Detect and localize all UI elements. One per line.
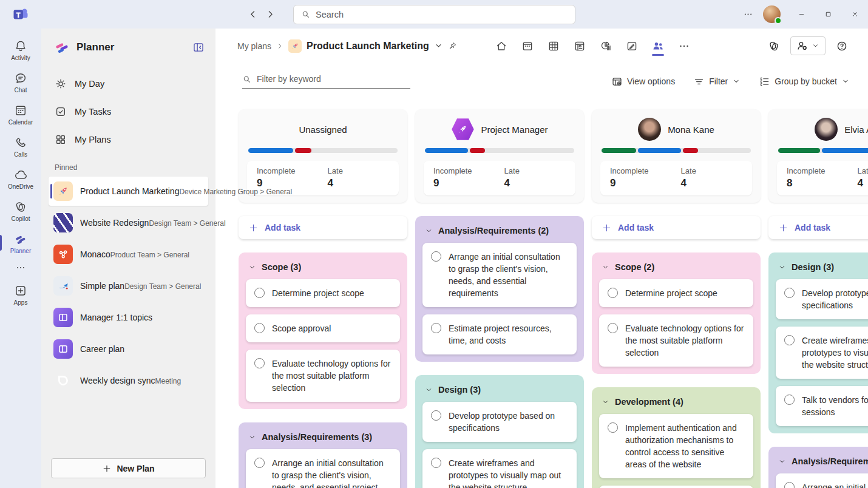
sidebar-item-my-tasks[interactable]: My Tasks — [49, 98, 208, 126]
bucket-header[interactable]: Analysis/Requirements (2) — [776, 454, 868, 473]
view-schedule-button[interactable] — [569, 36, 590, 56]
rail-item-copilot[interactable]: Copilot — [0, 195, 41, 228]
add-task-button[interactable]: Add task — [239, 216, 407, 239]
rail-item-onedrive[interactable]: OneDrive — [0, 163, 41, 195]
rail-more-button[interactable] — [0, 260, 41, 279]
titlebar-more-button[interactable] — [737, 9, 758, 19]
filter-button[interactable]: Filter — [693, 76, 741, 87]
add-task-button[interactable]: Add task — [592, 216, 761, 239]
task-card[interactable]: Evaluate technology options for the most… — [246, 350, 400, 402]
complete-task-radio[interactable] — [784, 335, 795, 345]
sidebar-header: Planner — [49, 39, 208, 59]
task-card[interactable]: Implement authentication and authorizati… — [599, 414, 753, 478]
view-notes-button[interactable] — [622, 36, 642, 56]
add-task-button[interactable]: Add task — [768, 216, 868, 239]
rail-item-apps[interactable]: Apps — [0, 279, 41, 311]
forward-button[interactable] — [265, 9, 276, 19]
rail-item-chat[interactable]: Chat — [0, 67, 41, 99]
task-card[interactable]: Develop prototype based on specification… — [776, 279, 868, 319]
bucket-header[interactable]: Scope (3) — [246, 260, 400, 279]
view-people-button[interactable] — [648, 36, 668, 56]
task-card[interactable]: Determine project scope — [599, 279, 753, 307]
chevron-down-icon — [732, 77, 741, 86]
bucket-header[interactable]: Design (3) — [422, 382, 577, 402]
bucket-header[interactable]: Analysis/Requirements (2) — [422, 223, 577, 243]
titlebar-controls — [737, 0, 868, 29]
complete-task-radio[interactable] — [254, 458, 265, 468]
task-card[interactable]: Create wireframes and prototypes to visu… — [776, 327, 868, 379]
plan-item-website-redesign[interactable]: Website RedesignDesign Team > General — [49, 208, 208, 237]
bucket-header[interactable]: Scope (2) — [599, 260, 753, 279]
search-box[interactable]: Search — [293, 5, 575, 24]
board-icon — [521, 40, 534, 52]
rail-item-calls[interactable]: Calls — [0, 131, 41, 163]
chevron-down-icon[interactable] — [434, 41, 443, 50]
rail-item-activity[interactable]: Activity — [0, 35, 41, 67]
maximize-button[interactable] — [815, 0, 841, 29]
user-avatar[interactable] — [763, 5, 781, 23]
sidebar-item-my-plans[interactable]: My Plans — [49, 126, 208, 154]
task-card[interactable]: Arrange an initial consultation to grasp… — [422, 243, 577, 307]
back-button[interactable] — [248, 9, 258, 19]
plan-header-actions — [765, 36, 851, 55]
new-plan-button[interactable]: New Plan — [51, 458, 206, 478]
assignment-board: Unassigned Incomplete Late 9 4 Add task … — [215, 96, 868, 488]
complete-task-radio[interactable] — [784, 482, 795, 488]
task-card[interactable]: Arrange an initial consultation to grasp… — [776, 473, 868, 488]
task-card[interactable]: Create wireframes and prototypes to visu… — [422, 449, 577, 488]
bucket-header[interactable]: Development (4) — [599, 395, 753, 414]
keyword-filter-input[interactable]: Filter by keyword — [242, 74, 410, 89]
view-options-button[interactable]: View options — [611, 76, 675, 87]
pin-icon[interactable] — [448, 41, 457, 50]
complete-task-radio[interactable] — [784, 395, 795, 405]
task-card[interactable]: Talk to vendors for demo sessions — [776, 386, 868, 426]
share-members-button[interactable] — [790, 36, 826, 55]
plan-item-weekly-design-sync[interactable]: Weekly design syncMeeting — [49, 366, 208, 395]
complete-task-radio[interactable] — [431, 251, 441, 262]
help-button[interactable] — [833, 37, 851, 55]
panel-collapse-icon — [192, 41, 205, 53]
collapse-sidebar-button[interactable] — [192, 41, 205, 53]
task-card[interactable]: Develop prototype based on specification… — [422, 402, 577, 442]
rail-item-calendar[interactable]: Calendar — [0, 99, 41, 131]
plus-icon — [248, 223, 259, 233]
breadcrumb-my-plans[interactable]: My plans — [237, 41, 271, 51]
view-board-button[interactable] — [517, 36, 538, 56]
view-home-button[interactable] — [491, 36, 512, 56]
minimize-button[interactable] — [788, 0, 815, 29]
task-card[interactable]: Scope approval — [246, 314, 400, 342]
complete-task-radio[interactable] — [254, 323, 265, 333]
complete-task-radio[interactable] — [431, 458, 441, 468]
plan-item-career-plan[interactable]: Career plan — [49, 334, 208, 364]
progress-segment — [683, 148, 698, 153]
copilot-button[interactable] — [765, 37, 783, 55]
group-by-button[interactable]: Group by bucket — [759, 76, 850, 87]
plan-item-monaco[interactable]: MonacoProduct Team > General — [49, 240, 208, 269]
plan-item-product-launch-marketing[interactable]: Product Launch MarketingDevice Marketing… — [49, 177, 208, 206]
task-card[interactable]: Arrange an initial consultation to grasp… — [246, 449, 400, 488]
bucket-scope: Scope (3) Determine project scope Scope … — [239, 252, 407, 409]
complete-task-radio[interactable] — [608, 422, 618, 433]
complete-task-radio[interactable] — [608, 323, 618, 333]
rail-item-planner[interactable]: Planner — [0, 228, 41, 260]
complete-task-radio[interactable] — [431, 323, 441, 333]
close-button[interactable] — [841, 0, 868, 29]
view-charts-button[interactable] — [595, 36, 616, 56]
view-grid-button[interactable] — [543, 36, 564, 56]
task-card[interactable]: Evaluate technology options for the most… — [599, 314, 753, 367]
view-more-button[interactable] — [674, 36, 694, 56]
task-card[interactable]: Estimate project resources, time, and co… — [422, 314, 577, 354]
sidebar-item-my-day[interactable]: My Day — [49, 70, 208, 98]
task-card[interactable]: Determine project scope — [246, 279, 400, 307]
plan-item-manager-topics[interactable]: Manager 1:1 topics — [49, 303, 208, 332]
plan-item-simple-plan[interactable]: Simple planDesign Team > General — [49, 271, 208, 300]
complete-task-radio[interactable] — [784, 288, 795, 298]
complete-task-radio[interactable] — [254, 288, 265, 298]
complete-task-radio[interactable] — [254, 358, 265, 368]
column-header: Mona Kane Incomplete Late 9 4 — [592, 109, 761, 203]
bucket-header[interactable]: Design (3) — [776, 260, 868, 279]
complete-task-radio[interactable] — [431, 410, 441, 421]
bucket-header[interactable]: Analysis/Requirements (3) — [246, 430, 400, 449]
complete-task-radio[interactable] — [608, 288, 618, 298]
task-card[interactable] — [599, 486, 753, 488]
